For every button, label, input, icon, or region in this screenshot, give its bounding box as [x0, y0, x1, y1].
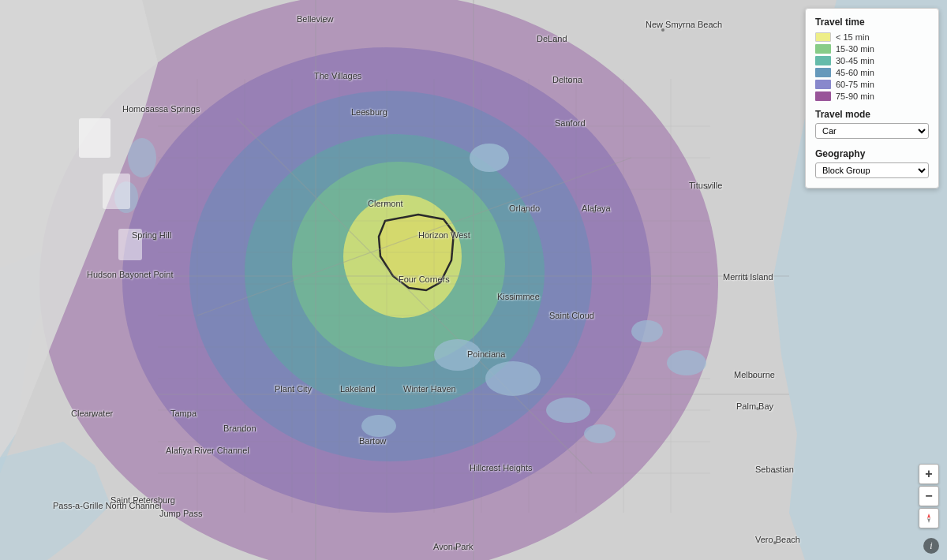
svg-point-72 [756, 407, 759, 410]
svg-point-69 [291, 389, 294, 392]
svg-point-80 [773, 541, 777, 544]
svg-point-79 [453, 547, 456, 550]
legend-swatch-75min [815, 80, 831, 89]
svg-point-53 [661, 28, 664, 32]
svg-point-68 [92, 414, 95, 417]
legend-swatch-90min [815, 91, 831, 101]
map-controls: + − [919, 464, 939, 528]
svg-point-74 [241, 429, 244, 432]
svg-rect-48 [79, 118, 110, 158]
svg-point-57 [567, 123, 570, 126]
svg-point-58 [706, 186, 709, 189]
svg-rect-49 [103, 174, 130, 209]
svg-point-67 [752, 375, 755, 378]
info-button[interactable]: i [923, 538, 939, 554]
legend-swatch-30min [815, 44, 831, 54]
svg-point-62 [154, 237, 157, 241]
svg-point-44 [667, 350, 706, 375]
svg-marker-81 [927, 513, 930, 518]
compass-button[interactable] [919, 508, 939, 528]
legend-item-45min: 30-45 min [815, 56, 929, 65]
svg-marker-82 [927, 518, 930, 523]
svg-point-66 [484, 353, 487, 357]
travel-mode-label: Travel mode [815, 109, 929, 120]
svg-point-71 [422, 389, 425, 392]
map-container: Belleview DeLand New Smyrna Beach The Vi… [0, 0, 947, 560]
legend-item-15min: < 15 min [815, 32, 929, 42]
svg-point-59 [384, 202, 387, 205]
info-icon: i [930, 540, 932, 552]
svg-rect-50 [118, 229, 142, 260]
legend-swatch-15min [815, 32, 831, 42]
svg-point-76 [491, 468, 494, 471]
svg-point-56 [364, 111, 367, 114]
svg-point-46 [128, 138, 156, 177]
svg-point-43 [631, 320, 663, 342]
svg-point-40 [485, 361, 541, 396]
geography-label: Geography [815, 148, 929, 159]
legend-label-90min: 75-90 min [836, 91, 874, 101]
legend-item-75min: 60-75 min [815, 80, 929, 89]
svg-point-51 [322, 20, 325, 23]
svg-point-63 [511, 297, 515, 300]
svg-point-39 [434, 339, 481, 371]
svg-point-42 [361, 415, 396, 437]
legend-label-60min: 45-60 min [836, 68, 874, 77]
svg-point-78 [134, 500, 137, 503]
svg-point-75 [376, 441, 380, 444]
legend-item-60min: 45-60 min [815, 68, 929, 77]
legend-label-75min: 60-75 min [836, 80, 874, 89]
svg-point-64 [567, 315, 570, 319]
svg-point-38 [470, 144, 509, 172]
legend-item-30min: 15-30 min [815, 44, 929, 54]
svg-point-73 [185, 414, 188, 417]
svg-point-41 [546, 398, 590, 423]
svg-point-70 [359, 389, 362, 392]
legend-swatch-45min [815, 56, 831, 65]
svg-point-55 [568, 80, 571, 83]
svg-point-61 [593, 210, 596, 213]
legend-label-30min: 15-30 min [836, 44, 874, 54]
svg-point-45 [584, 424, 616, 443]
zoom-out-button[interactable]: − [919, 486, 939, 506]
svg-point-52 [555, 39, 558, 43]
svg-point-65 [745, 277, 748, 280]
svg-point-54 [334, 75, 337, 78]
geography-select[interactable]: Block Group Census Tract County ZIP Code [815, 162, 929, 178]
legend-swatch-60min [815, 68, 831, 77]
legend-title: Travel time [815, 17, 929, 28]
legend-panel: Travel time < 15 min 15-30 min 30-45 min… [805, 8, 939, 189]
legend-label-15min: < 15 min [836, 32, 870, 42]
legend-item-90min: 75-90 min [815, 91, 929, 101]
travel-mode-select[interactable]: Car Transit Walk Bike [815, 123, 929, 139]
legend-label-45min: 30-45 min [836, 56, 874, 65]
zoom-in-button[interactable]: + [919, 464, 939, 484]
svg-point-60 [523, 210, 526, 213]
svg-point-77 [773, 470, 777, 473]
